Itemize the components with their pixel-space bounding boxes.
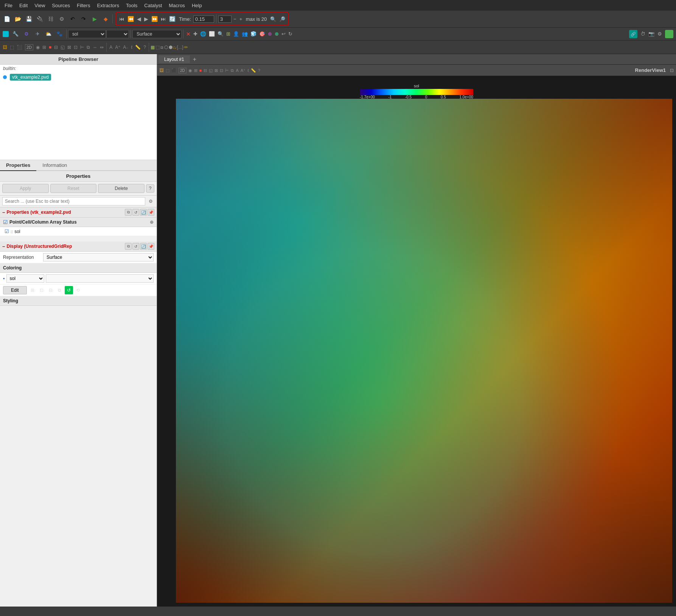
undo-btn[interactable]: ↶: [67, 14, 78, 24]
help-button[interactable]: ?: [146, 184, 154, 193]
save-btn[interactable]: 💾: [23, 14, 34, 24]
pipeline-icon2[interactable]: ⚙: [21, 29, 32, 39]
t3-A3[interactable]: A₋: [122, 44, 129, 51]
pipeline-icon5[interactable]: 🐾: [54, 29, 65, 39]
timer-btn[interactable]: ⏱: [639, 29, 646, 39]
rv-icon2[interactable]: ⬚: [165, 67, 170, 73]
rv-icon16[interactable]: 📏: [250, 67, 257, 73]
layout-tab-1[interactable]: Layout #1: [159, 55, 190, 63]
settings-btn[interactable]: ⚙: [56, 14, 67, 24]
t3-A4[interactable]: ℓ: [130, 44, 134, 51]
menu-help[interactable]: Help: [189, 2, 205, 9]
rescale-icon5[interactable]: ⟲: [74, 286, 82, 294]
time-play-btn[interactable]: ▶: [143, 15, 149, 23]
rv-icon11[interactable]: ⊢: [224, 67, 230, 73]
t3-question[interactable]: ?: [142, 44, 147, 51]
view-icon10[interactable]: 🎯: [258, 30, 266, 37]
menu-tools[interactable]: Tools: [123, 2, 140, 9]
rv-expand-btn[interactable]: ⊡: [669, 67, 674, 73]
t3-icon13[interactable]: ↔: [92, 44, 98, 51]
sub-icon-pin[interactable]: 📌: [148, 209, 154, 216]
view-icon8[interactable]: 👥: [241, 30, 249, 37]
rv-2d-btn[interactable]: 2D: [178, 67, 187, 73]
rescale-icon3[interactable]: ⊟: [47, 286, 55, 294]
rv-icon14[interactable]: A⁺: [240, 67, 246, 73]
menu-edit[interactable]: Edit: [16, 2, 31, 9]
display-icon-copy[interactable]: ⧉: [125, 243, 132, 250]
display-icon-reset[interactable]: ↺: [132, 243, 139, 250]
t3-icon1[interactable]: 🖼: [2, 44, 8, 51]
t3-icon5[interactable]: ⊞: [41, 44, 47, 51]
rv-icon15[interactable]: ℓ: [247, 67, 250, 73]
time-prev-keyframe-btn[interactable]: ⏪: [126, 15, 135, 23]
time-first-btn[interactable]: ⏮: [118, 15, 126, 23]
t3-icon4[interactable]: ◉: [35, 44, 41, 51]
view-icon7[interactable]: 👤: [232, 30, 240, 37]
coloring-component-select[interactable]: [46, 274, 154, 283]
t3-icon10[interactable]: ⊡: [73, 44, 79, 51]
rescale-icon1[interactable]: ⊞: [28, 286, 37, 294]
t3-icon2[interactable]: ⬚: [9, 44, 15, 51]
t3-icon12[interactable]: ⧉: [85, 44, 91, 51]
frame-down-btn[interactable]: −: [232, 16, 238, 23]
green-end-btn[interactable]: [664, 29, 674, 39]
search-settings-icon[interactable]: ⚙: [147, 198, 154, 205]
edit-color-btn[interactable]: Edit: [3, 286, 27, 294]
more-btn[interactable]: ◆: [100, 14, 111, 24]
redo-btn[interactable]: ↷: [78, 14, 89, 24]
rv-icon9[interactable]: ⊠: [214, 67, 219, 73]
frame-input[interactable]: [218, 16, 232, 23]
rv-icon12[interactable]: ⧉: [230, 67, 235, 73]
menu-catalyst[interactable]: Catalyst: [141, 2, 165, 9]
settings2-btn[interactable]: ⚙: [656, 29, 663, 39]
view-icon5[interactable]: 🔍: [216, 30, 225, 37]
rescale-icon4[interactable]: ⧉: [56, 286, 64, 294]
menu-sources[interactable]: Sources: [49, 2, 73, 9]
time-prev-btn[interactable]: ◀: [136, 15, 142, 23]
tab-properties[interactable]: Properties: [0, 160, 36, 171]
t3-ruler[interactable]: 📏: [134, 44, 142, 51]
rv-icon10[interactable]: ⊡: [219, 67, 224, 73]
display-icon-refresh[interactable]: 🔄: [140, 243, 147, 250]
time-value-input[interactable]: [193, 16, 214, 23]
sub-icon-refresh[interactable]: 🔄: [140, 209, 147, 216]
rescale-icon2[interactable]: ⊡: [37, 286, 46, 294]
new-btn[interactable]: 📄: [2, 14, 12, 24]
t3-icon14[interactable]: ⇔: [99, 44, 105, 51]
view-icon11[interactable]: ⊕: [267, 30, 273, 37]
array-settings-icon[interactable]: ⊕: [150, 219, 154, 225]
t3-A1[interactable]: A: [108, 44, 113, 51]
rv-icon13[interactable]: A: [235, 67, 239, 73]
pipeline-file-item[interactable]: vtk_example2.pvd: [10, 74, 51, 81]
render-area[interactable]: sol: [157, 76, 676, 607]
disconnect-btn[interactable]: ⛓: [45, 14, 56, 24]
view-icon3[interactable]: 🌐: [199, 30, 207, 37]
t3-A2[interactable]: A⁺: [114, 44, 121, 51]
view-icon4[interactable]: ⬜: [208, 30, 216, 37]
component-dropdown[interactable]: [106, 30, 129, 38]
view-icon6[interactable]: ⊞: [225, 30, 232, 37]
coloring-select[interactable]: sol: [6, 274, 44, 283]
display-collapse-icon[interactable]: −: [2, 244, 5, 249]
time-loop-btn[interactable]: 🔄: [168, 15, 177, 23]
rv-icon17[interactable]: ?: [257, 67, 261, 73]
menu-macros[interactable]: Macros: [166, 2, 188, 9]
pipeline-icon3[interactable]: ✈: [32, 29, 43, 39]
open-btn[interactable]: 📂: [12, 14, 23, 24]
rv-icon3[interactable]: ⬛: [171, 67, 177, 73]
t3-icon11[interactable]: ⊢: [79, 44, 85, 51]
rv-icon5[interactable]: ⊞: [193, 67, 198, 73]
sub-icon-reset[interactable]: ↺: [132, 209, 139, 216]
collapse-icon[interactable]: −: [2, 210, 5, 215]
time-next-btn[interactable]: ⏩: [150, 15, 159, 23]
view-icon2[interactable]: ✚: [192, 30, 199, 37]
time-last-btn[interactable]: ⏭: [160, 15, 167, 23]
menu-extractors[interactable]: Extractors: [94, 2, 122, 9]
zoom-out-time-btn[interactable]: 🔎: [278, 16, 286, 23]
reset-button[interactable]: Reset: [50, 184, 97, 193]
zoom-in-time-btn[interactable]: 🔍: [269, 16, 277, 23]
array-item-checkbox[interactable]: ☑: [5, 229, 9, 234]
rv-icon4[interactable]: ◉: [188, 67, 193, 73]
menu-view[interactable]: View: [31, 2, 48, 9]
source-dropdown[interactable]: sol: [68, 30, 106, 38]
